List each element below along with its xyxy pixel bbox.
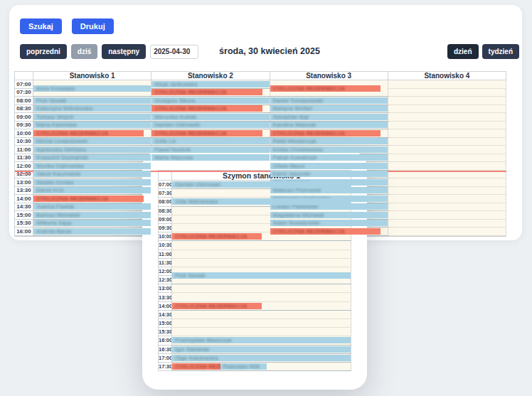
schedule-slot[interactable]: Joanna Pawlak xyxy=(33,203,151,211)
booking-event[interactable]: Katarzyna Wiśniewska xyxy=(33,105,151,112)
schedule-slot[interactable]: Weronika Kubiak xyxy=(151,113,270,122)
schedule-slot[interactable]: Katarzyna Wiśniewska xyxy=(33,105,151,113)
booking-event[interactable]: Igor Stefański xyxy=(172,346,351,353)
booking-event[interactable]: Jakub Kaczmarek xyxy=(33,171,151,177)
schedule-slot[interactable]: Anna Kowalska xyxy=(33,80,151,97)
schedule-slot[interactable]: Bartosz Michalski xyxy=(33,211,151,220)
empty-slot[interactable] xyxy=(388,162,506,171)
schedule-slot[interactable]: CYKLICZNA REZERWACJA xyxy=(33,129,151,138)
booking-event[interactable]: Emilia Chmielewska xyxy=(270,146,388,153)
schedule-slot[interactable]: Zofia Lis xyxy=(151,137,270,146)
booking-event[interactable]: Andrzej Baran xyxy=(33,228,151,235)
empty-slot[interactable] xyxy=(388,178,506,187)
booking-event[interactable]: Marek Król xyxy=(33,187,151,193)
schedule-slot[interactable]: Piotr Nowak xyxy=(172,267,351,284)
recurring-reservation-event[interactable]: CYKLICZNA REZERWACJA xyxy=(151,130,262,137)
booking-event[interactable]: Karolina Walczak xyxy=(270,122,388,128)
schedule-slot[interactable]: Marta Wysocka xyxy=(151,154,270,162)
booking-event[interactable]: Martyna Wróbel xyxy=(270,105,388,112)
schedule-slot[interactable]: CYKLICZNA REZERWACJA xyxy=(151,129,270,138)
recurring-reservation-event[interactable]: CYKLICZNA REZERWACJA xyxy=(270,130,381,137)
empty-slot[interactable] xyxy=(388,186,506,195)
schedule-slot[interactable]: Patryk Kowalczyk xyxy=(270,154,388,162)
booking-event[interactable]: Julia Wiśniewska xyxy=(172,198,351,205)
empty-slot[interactable] xyxy=(172,284,351,293)
schedule-slot[interactable]: CYKLICZNA REZERWACJA xyxy=(270,80,388,97)
empty-slot[interactable] xyxy=(172,328,351,336)
schedule-slot[interactable]: Tomasz Wójcik xyxy=(33,113,151,122)
recurring-reservation-event[interactable]: CYKLICZNA REZERWACJA xyxy=(270,85,381,92)
empty-slot[interactable] xyxy=(388,129,506,138)
schedule-slot[interactable]: Piotr Nowak xyxy=(33,97,151,105)
schedule-slot[interactable]: Michał Lewandowski xyxy=(33,137,151,146)
empty-slot[interactable] xyxy=(388,146,506,154)
schedule-slot[interactable]: Paweł Nowicki xyxy=(151,146,270,154)
empty-slot[interactable] xyxy=(388,80,506,89)
schedule-slot[interactable]: Rafał Włodarczyk xyxy=(270,137,388,146)
booking-event[interactable]: Michał Lewandowski xyxy=(33,138,151,144)
empty-slot[interactable] xyxy=(388,203,506,211)
booking-event[interactable]: Damian Ostrowski xyxy=(151,122,269,128)
booking-event[interactable]: Anna Kowalska xyxy=(33,85,151,92)
schedule-slot[interactable]: Grzegorz Sikora xyxy=(151,97,270,105)
empty-slot[interactable] xyxy=(388,121,506,129)
schedule-slot[interactable]: Daniel Tomaszewski xyxy=(270,97,388,105)
booking-event[interactable]: Adam Nowakowski xyxy=(270,220,388,226)
booking-event[interactable]: Natalia Górska xyxy=(33,179,151,186)
schedule-slot[interactable]: Damian Ostrowski xyxy=(172,181,351,189)
booking-event[interactable]: Zofia Lis xyxy=(151,138,269,144)
booking-event[interactable]: Bartosz Michalski xyxy=(33,212,151,218)
empty-slot[interactable] xyxy=(388,105,506,113)
schedule-slot[interactable]: Jakub Kaczmarek xyxy=(33,170,151,178)
booking-event[interactable]: Sebastian Bąk xyxy=(270,114,388,120)
schedule-slot[interactable]: CYKLICZNA REZERWACJA xyxy=(151,88,270,97)
schedule-slot[interactable]: Marek Król xyxy=(33,186,151,195)
booking-event[interactable]: Daniel Tomaszewski xyxy=(270,97,388,104)
booking-event[interactable]: Weronika Kubiak xyxy=(151,114,269,120)
booking-event[interactable]: Maria Kamińska xyxy=(33,122,151,128)
booking-event[interactable]: Olga Sokołowska xyxy=(172,355,351,361)
schedule-slot[interactable]: Julia Wiśniewska xyxy=(172,198,351,206)
booking-event[interactable]: Monika Dąbrowska xyxy=(33,163,151,169)
schedule-slot[interactable]: Sebastian Bąk xyxy=(270,113,388,122)
empty-slot[interactable] xyxy=(172,293,351,301)
schedule-slot[interactable]: Adam Nowakowski xyxy=(270,219,388,228)
recurring-reservation-event[interactable]: CYKLICZNA REZERWACJA xyxy=(172,363,220,370)
schedule-slot[interactable]: Agnieszka Zielińska xyxy=(33,146,151,154)
schedule-slot[interactable]: CYKLICZNA REZERWACJARadosław Wilk xyxy=(172,362,351,370)
schedule-slot[interactable]: CYKLICZNA REZERWACJA xyxy=(151,105,270,113)
schedule-slot[interactable]: Magdalena Michalak xyxy=(270,211,388,220)
schedule-slot[interactable]: Martyna Wróbel xyxy=(270,105,388,113)
empty-slot[interactable] xyxy=(172,241,351,250)
empty-slot[interactable] xyxy=(388,228,506,236)
recurring-reservation-event[interactable]: CYKLICZNA REZERWACJA xyxy=(151,105,262,112)
empty-slot[interactable] xyxy=(388,219,506,228)
next-day-button[interactable]: następny xyxy=(102,44,146,59)
recurring-reservation-event[interactable]: CYKLICZNA REZERWACJA xyxy=(172,233,262,240)
booking-event[interactable]: Oliwia Mazur xyxy=(270,163,388,169)
schedule-slot[interactable]: Olga Sokołowska xyxy=(172,353,351,362)
schedule-slot[interactable]: Oliwia Mazur xyxy=(270,162,388,171)
schedule-slot[interactable]: Karolina Walczak xyxy=(270,121,388,129)
empty-slot[interactable] xyxy=(388,170,506,178)
schedule-slot[interactable]: CYKLICZNA REZERWACJA xyxy=(33,195,151,203)
empty-slot[interactable] xyxy=(388,97,506,105)
booking-event[interactable]: Joanna Pawlak xyxy=(33,203,151,210)
empty-slot[interactable] xyxy=(172,310,351,319)
week-view-button[interactable]: tydzień xyxy=(482,44,519,59)
booking-event[interactable]: Piotr Nowak xyxy=(33,97,151,104)
schedule-slot[interactable]: Damian Ostrowski xyxy=(151,121,270,129)
booking-event[interactable]: Grzegorz Sikora xyxy=(151,97,269,104)
booking-event[interactable]: Piotr Nowak xyxy=(172,272,351,279)
empty-slot[interactable] xyxy=(388,113,506,122)
booking-event[interactable]: Marta Wysocka xyxy=(151,154,269,161)
empty-slot[interactable] xyxy=(172,258,351,267)
date-input[interactable] xyxy=(150,45,198,59)
schedule-slot[interactable]: Krzysztof Szymański xyxy=(33,154,151,162)
empty-slot[interactable] xyxy=(388,211,506,220)
booking-event[interactable]: Alicja Jankowska xyxy=(151,81,269,87)
booking-event[interactable]: Kamil Jaworski xyxy=(270,171,388,177)
empty-slot[interactable] xyxy=(388,88,506,97)
empty-slot[interactable] xyxy=(388,137,506,146)
schedule-slot[interactable]: CYKLICZNA REZERWACJA xyxy=(270,129,388,138)
